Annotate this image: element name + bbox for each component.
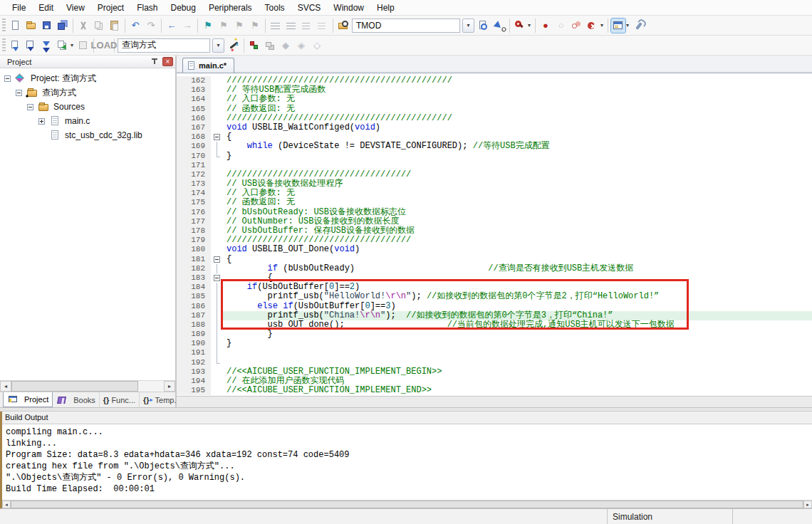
scroll-track[interactable] bbox=[138, 381, 164, 392]
target-select-combo[interactable]: 查询方式 bbox=[118, 38, 210, 53]
code-text[interactable] bbox=[222, 348, 812, 357]
incremental-find-icon[interactable] bbox=[492, 19, 506, 33]
code-line[interactable]: 189 } bbox=[177, 330, 812, 339]
menu-item-debug[interactable]: Debug bbox=[165, 1, 202, 14]
redo-icon[interactable]: ↷ bbox=[144, 19, 158, 33]
insert-breakpoint-icon[interactable]: ● bbox=[538, 19, 553, 33]
close-icon[interactable]: × bbox=[162, 57, 173, 66]
breakpoints-caret-icon[interactable]: ▾ bbox=[600, 22, 603, 28]
save-all-icon[interactable] bbox=[56, 19, 70, 33]
save-icon[interactable] bbox=[40, 19, 54, 33]
find-combo-dropdown[interactable]: ▾ bbox=[462, 19, 474, 33]
navigate-forward-icon[interactable]: → bbox=[180, 19, 194, 33]
code-line[interactable]: 169 while (DeviceState != DEVSTATE_CONFI… bbox=[177, 142, 812, 151]
tree-item[interactable]: Project: 查询方式 bbox=[0, 71, 175, 85]
menu-item-edit[interactable]: Edit bbox=[32, 1, 60, 14]
scroll-right-button[interactable]: ▸ bbox=[803, 501, 812, 508]
window-layout-icon[interactable] bbox=[611, 19, 625, 33]
batch-build-icon[interactable] bbox=[56, 38, 70, 53]
download-icon[interactable]: LOAD bbox=[97, 38, 111, 53]
indent-icon[interactable] bbox=[269, 19, 283, 33]
manage-multiproject-icon[interactable] bbox=[247, 38, 261, 53]
fold-margin[interactable] bbox=[212, 132, 222, 142]
menu-item-tools[interactable]: Tools bbox=[259, 1, 291, 14]
translate-file-icon[interactable] bbox=[9, 38, 23, 53]
fold-collapse-icon[interactable] bbox=[214, 256, 220, 263]
outdent-icon[interactable] bbox=[284, 19, 298, 33]
configure-icon[interactable] bbox=[632, 19, 646, 33]
menu-item-flash[interactable]: Flash bbox=[130, 1, 164, 14]
find-text-combo[interactable]: TMOD bbox=[352, 19, 460, 33]
code-line[interactable]: 170} bbox=[177, 152, 812, 161]
menu-item-help[interactable]: Help bbox=[370, 1, 401, 14]
find-in-files-icon[interactable] bbox=[336, 19, 350, 33]
bookmark-toggle-icon[interactable]: ⚑ bbox=[201, 19, 215, 33]
open-file-icon[interactable] bbox=[24, 19, 38, 33]
disable-all-breakpoints-icon[interactable] bbox=[570, 19, 584, 33]
tab-main-c[interactable]: main.c* bbox=[182, 58, 234, 73]
manage-layers-icon[interactable] bbox=[263, 38, 277, 53]
manage-books-icon[interactable]: ◈ bbox=[294, 38, 308, 53]
project-panel-hscrollbar[interactable]: ◂▸ bbox=[0, 380, 175, 392]
code-line[interactable]: 167void USBLIB_WaitConfiged(void) bbox=[177, 123, 812, 132]
code-line[interactable]: 180void USBLIB_OUT_Done(void) bbox=[177, 245, 812, 254]
quick-find-caret-icon[interactable]: ▾ bbox=[528, 22, 531, 28]
kill-all-breakpoints-icon[interactable] bbox=[585, 19, 600, 33]
fold-collapse-icon[interactable] bbox=[214, 134, 220, 140]
comment-icon[interactable] bbox=[300, 19, 314, 33]
tree-item[interactable]: stc_usb_cdc_32g.lib bbox=[0, 128, 175, 142]
tree-expander-minus[interactable] bbox=[27, 104, 33, 110]
bookmark-next-icon[interactable]: ⚑ bbox=[217, 19, 231, 33]
target-options-icon[interactable] bbox=[227, 38, 241, 53]
manage-dialogs-icon[interactable]: ◇ bbox=[310, 38, 324, 53]
code-text[interactable]: void USBLIB_WaitConfiged(void) bbox=[222, 123, 812, 132]
fold-margin[interactable] bbox=[212, 255, 222, 264]
fold-collapse-icon[interactable] bbox=[214, 275, 220, 281]
paste-icon[interactable] bbox=[108, 19, 122, 33]
build-icon[interactable] bbox=[24, 38, 38, 53]
code-line[interactable]: 195//<<AICUBE_USER_FUNCTION_IMPLEMENT_EN… bbox=[177, 386, 812, 395]
code-editor[interactable]: 162/////////////////////////////////////… bbox=[177, 73, 812, 396]
bookmark-clear-icon[interactable]: ⚑ bbox=[248, 19, 262, 33]
navigate-back-icon[interactable]: ← bbox=[165, 19, 179, 33]
rebuild-icon[interactable] bbox=[40, 38, 54, 53]
cut-icon[interactable] bbox=[76, 19, 90, 33]
scroll-left-button[interactable]: ◂ bbox=[2, 501, 11, 508]
menu-item-window[interactable]: Window bbox=[327, 1, 370, 14]
new-file-icon[interactable] bbox=[9, 19, 23, 33]
stop-build-icon[interactable] bbox=[76, 38, 90, 53]
uncomment-icon[interactable] bbox=[316, 19, 330, 33]
scroll-thumb[interactable] bbox=[11, 501, 803, 508]
find-in-document-icon[interactable] bbox=[477, 19, 491, 33]
panel-tab-func[interactable]: {}Func... bbox=[100, 392, 140, 407]
menu-item-peripherals[interactable]: Peripherals bbox=[202, 1, 259, 14]
tree-expander-minus[interactable] bbox=[16, 90, 22, 96]
bookmark-prev-icon[interactable]: ⚑ bbox=[232, 19, 246, 33]
scroll-thumb[interactable] bbox=[11, 381, 138, 392]
tree-expander-plus[interactable] bbox=[38, 118, 45, 125]
code-text[interactable]: void USBLIB_OUT_Done(void) bbox=[222, 245, 812, 254]
pin-icon[interactable] bbox=[149, 57, 160, 67]
code-text[interactable]: //<<AICUBE_USER_FUNCTION_IMPLEMENT_END>> bbox=[222, 386, 812, 395]
quick-find-icon[interactable] bbox=[513, 19, 527, 33]
undo-icon[interactable]: ↶ bbox=[128, 19, 142, 33]
code-line[interactable]: 190} bbox=[177, 339, 812, 348]
menu-item-svcs[interactable]: SVCS bbox=[291, 1, 328, 14]
enable-breakpoint-icon[interactable]: ○ bbox=[554, 19, 568, 33]
tree-item[interactable]: 查询方式 bbox=[0, 85, 175, 100]
target-select-dropdown[interactable]: ▾ bbox=[212, 38, 224, 53]
batch-build-caret-icon[interactable]: ▾ bbox=[71, 42, 73, 48]
code-text[interactable]: } bbox=[222, 330, 812, 339]
scroll-left-button[interactable]: ◂ bbox=[0, 381, 11, 392]
panel-tab-project[interactable]: Project bbox=[3, 392, 53, 407]
code-text[interactable]: // 等待USB配置完成函数 bbox=[222, 85, 812, 95]
copy-icon[interactable] bbox=[92, 19, 106, 33]
tree-expander-minus[interactable] bbox=[4, 75, 11, 82]
fold-margin[interactable] bbox=[212, 273, 222, 283]
code-text[interactable]: while (DeviceState != DEVSTATE_CONFIGURE… bbox=[222, 142, 812, 151]
tree-item[interactable]: Sources bbox=[0, 100, 175, 114]
build-output-hscrollbar[interactable]: ◂▸ bbox=[2, 500, 812, 508]
code-text[interactable]: } bbox=[222, 152, 812, 161]
code-line[interactable]: 191 bbox=[177, 348, 812, 357]
tree-item[interactable]: main.c bbox=[0, 114, 175, 128]
